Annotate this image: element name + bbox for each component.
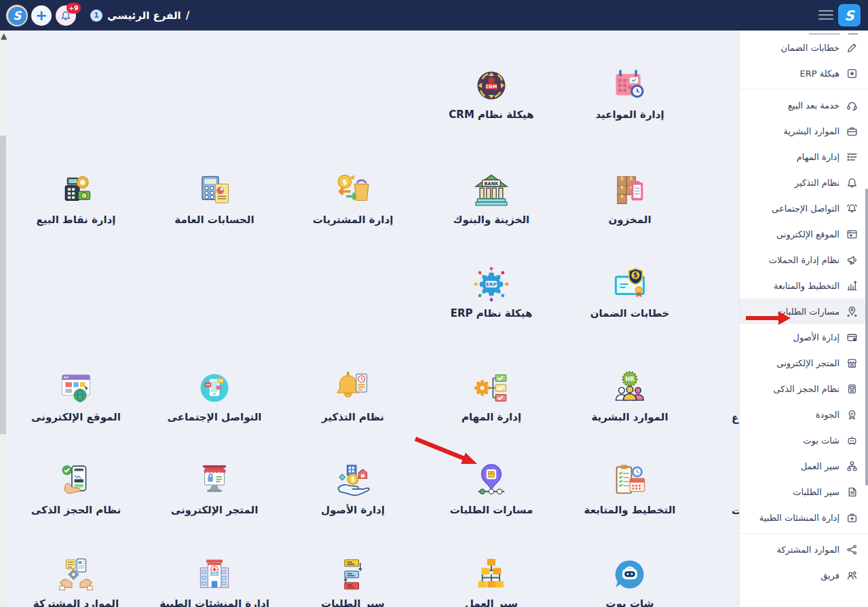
app-tile-reminder-system[interactable]: نظام التذكير <box>285 368 421 423</box>
sidebar-item-erp-structure[interactable]: هيكلة ERP <box>740 60 868 86</box>
app-tile-label: شات بوت <box>606 598 654 607</box>
notification-count-badge: +9 <box>67 3 81 14</box>
shared-resources-icon <box>56 555 96 594</box>
app-tile-asset-management[interactable]: $إدارة الأصول <box>285 461 421 516</box>
sidebar-item-shared-resources[interactable]: الموارد المشتركة <box>740 536 868 562</box>
sidebar-item-social-communication[interactable]: التواصل الإجتماعى <box>740 195 868 221</box>
app-tile-label: خطابات الضمان <box>590 307 670 319</box>
planning-clipboard-icon <box>610 461 649 501</box>
app-tile-social-communication[interactable]: التواصل الإجتماعى <box>147 368 282 423</box>
app-tile-erp-structure[interactable]: ERPهيكلة نظام ERP <box>423 265 559 319</box>
sidebar-item-after-sales-service[interactable]: خدمة بعد البيع <box>740 92 868 118</box>
app-tile-shared-resources[interactable]: الموارد المشتركة <box>8 555 144 607</box>
app-tile-website[interactable]: الموقع الإلكترونى <box>8 368 144 423</box>
medical-case-icon <box>846 512 858 524</box>
app-tile-inventory[interactable]: المخزون <box>562 171 698 226</box>
erp-gear-icon: ERP <box>472 265 511 304</box>
sidebar-item-label: إدارة المنشئات الطبية <box>759 513 839 523</box>
sidebar-item-workflow[interactable]: سير العمل <box>740 453 868 479</box>
main-scrollbar[interactable]: ▲ <box>0 31 6 607</box>
sidebar-item-order-flow[interactable]: سير الطلبات <box>740 479 868 505</box>
app-tile-label: نظام الحجز الذكى <box>31 504 121 516</box>
app-tile-general-accounts[interactable]: الحسابات العامة <box>147 171 282 226</box>
sidebar-item-asset-management[interactable]: إدارة الأصول <box>740 324 868 350</box>
app-tile-workflow[interactable]: سير العمل <box>423 555 559 607</box>
sidebar-item-planning-followup[interactable]: التخطيط والمتابعة <box>740 273 868 298</box>
sidebar-item-label: إدارة الأصول <box>793 332 839 342</box>
planning-chart-icon <box>846 280 858 292</box>
breadcrumb[interactable]: 1 الفرع الرئيسي / <box>90 0 189 31</box>
sidebar-item-label: نظام الحجز الذكى <box>773 384 839 394</box>
app-tile-planning-followup[interactable]: التخطيط والمتابعة <box>562 461 698 516</box>
sidebar-item-campaign-management[interactable]: نظام إدارة الحملات <box>740 247 868 273</box>
pos-register-icon <box>56 171 96 210</box>
app-tile-label: إدارة المشتريات <box>313 214 394 226</box>
appointments-icon <box>610 66 649 105</box>
app-tile-appointments[interactable]: إدارة المواعيد <box>562 66 698 121</box>
user-avatar[interactable]: S <box>6 5 28 26</box>
quality-badge-icon <box>846 409 858 420</box>
sidebar-item-label: الموقع الإلكترونى <box>776 229 839 239</box>
online-store-icon <box>195 461 234 501</box>
sidebar-item-website[interactable]: الموقع الإلكترونى <box>740 221 868 247</box>
order-flow-icon <box>333 555 373 594</box>
sitemap-icon <box>846 461 858 472</box>
team-icon <box>846 570 858 581</box>
app-tile-label: إدارة المواعيد <box>595 109 664 121</box>
sidebar-item-guarantee-letters[interactable]: خطابات الضمان <box>740 35 868 60</box>
sidebar-item-order-tracks[interactable]: مسارات الطلبات <box>740 298 868 324</box>
sidebar-item-quality[interactable]: الجودة <box>740 402 868 427</box>
app-tile-pos-management[interactable]: إدارة نقاط البيع <box>8 171 144 226</box>
sidebar-item-label: خدمة بعد البيع <box>788 100 839 111</box>
sidebar: خطابات الضمانهيكلة ERPخدمة بعد البيعالمو… <box>739 31 868 607</box>
hospital-icon <box>195 555 234 594</box>
sidebar-item-reminder-system[interactable]: نظام التذكير <box>740 170 868 195</box>
app-tile-treasury-banks[interactable]: BANKالخزينة والبنوك <box>423 171 559 226</box>
app-tile-label: إدارة المنشئات الطبية <box>159 598 269 607</box>
app-tile-label: إدارة المهام <box>461 411 521 423</box>
task-list-icon <box>846 151 858 163</box>
sidebar-item-label: التخطيط والمتابعة <box>774 281 839 291</box>
svg-text:$: $ <box>351 475 356 483</box>
sidebar-item-chatbot[interactable]: شات بوت <box>740 427 868 453</box>
app-tile-crm-structure[interactable]: CRMهيكلة نظام CRM <box>423 66 559 121</box>
sidebar-item-smart-booking[interactable]: نظام الحجز الذكى <box>740 376 868 402</box>
bank-icon: BANK <box>472 171 511 210</box>
app-tile-order-tracks[interactable]: مسارات الطلبات <box>423 461 559 516</box>
sidebar-item-medical-facilities[interactable]: إدارة المنشئات الطبية <box>740 505 868 530</box>
sidebar-item-label: الجودة <box>816 410 839 420</box>
app-tile-label: الموقع الإلكترونى <box>31 411 121 423</box>
branch-count-badge: 1 <box>90 9 102 22</box>
sidebar-scrollbar-thumb[interactable] <box>865 189 868 486</box>
tasks-gear-icon <box>472 368 511 408</box>
app-tile-chatbot[interactable]: شات بوت <box>562 555 698 607</box>
app-tile-order-flow[interactable]: سير الطلبات <box>285 555 421 607</box>
app-tile-task-management[interactable]: إدارة المهام <box>423 368 559 423</box>
scroll-up-icon[interactable]: ▲ <box>1 31 7 41</box>
modules-grid: ▲ إدارة المواعيدCRMهيكلة نظام CRMالمخزون… <box>0 31 739 607</box>
sidebar-item-human-resources[interactable]: الموارد البشرية <box>740 118 868 144</box>
app-tile-label: سير الطلبات <box>321 598 385 607</box>
svg-text:HR: HR <box>625 376 635 383</box>
add-button[interactable]: + <box>31 5 52 26</box>
app-tile-online-store[interactable]: المتجر الإلكترونى <box>147 461 282 516</box>
sidebar-divider <box>740 89 868 90</box>
svg-text:$: $ <box>633 271 638 279</box>
sidebar-item-task-management[interactable]: إدارة المهام <box>740 144 868 170</box>
app-tile-human-resources[interactable]: HRالموارد البشرية <box>562 368 698 423</box>
app-tile-smart-booking[interactable]: نظام الحجز الذكى <box>8 461 144 516</box>
storefront-icon <box>846 357 858 369</box>
crm-structure-icon: CRM <box>472 66 511 105</box>
app-tile-guarantee-letters[interactable]: $خطابات الضمان <box>562 265 698 319</box>
app-tile-purchases[interactable]: $إدارة المشتريات <box>285 171 421 226</box>
clipped-app-tile-label: ع <box>732 412 738 424</box>
main-scrollbar-thumb[interactable] <box>0 136 6 434</box>
app-tile-label: التواصل الإجتماعى <box>168 411 262 423</box>
sidebar-item-online-store[interactable]: المتجر الإلكترونى <box>740 350 868 376</box>
app-tile-label: هيكلة نظام CRM <box>449 109 533 121</box>
hamburger-menu-icon[interactable] <box>818 10 833 21</box>
app-tile-label: الموارد المشتركة <box>33 598 119 607</box>
app-tile-label: هيكلة نظام ERP <box>451 307 533 319</box>
sidebar-item-team[interactable]: فريق <box>740 562 868 588</box>
app-tile-medical-facilities[interactable]: إدارة المنشئات الطبية <box>147 555 282 607</box>
